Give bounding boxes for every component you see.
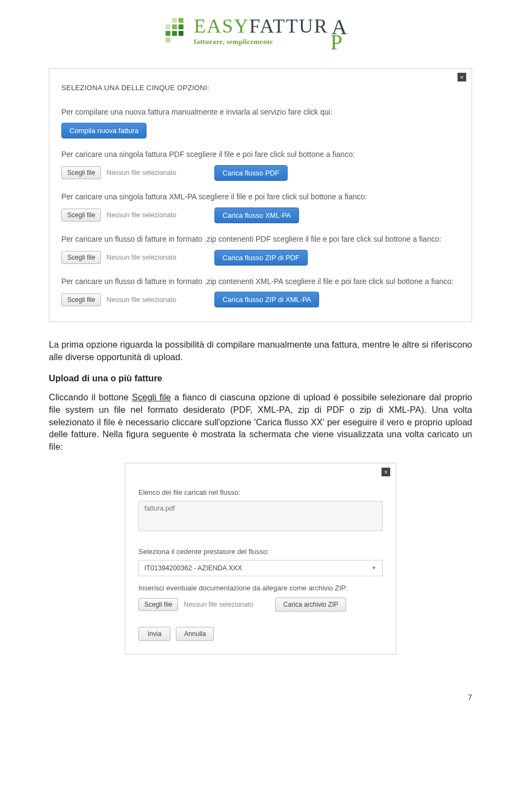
choose-file-button[interactable]: Scegli file: [61, 293, 101, 306]
close-icon[interactable]: ×: [382, 468, 390, 476]
choose-file-button[interactable]: Scegli file: [138, 598, 178, 611]
submit-button[interactable]: Invia: [138, 627, 170, 641]
choose-file-button[interactable]: Scegli file: [61, 209, 101, 222]
select-label: Seleziona il cedente prestatore del flus…: [138, 547, 383, 556]
compile-invoice-button[interactable]: Compila nuova fattura: [61, 123, 147, 139]
upload-pdf-button[interactable]: Carica flusso PDF: [214, 165, 288, 181]
brand-logo: EASYFATTUR fatturare, semplicemente A P: [49, 0, 472, 68]
logo-squares-icon: [166, 18, 189, 42]
zip-label: Inserisci eventuale documentazione da al…: [138, 584, 383, 592]
file-status-text: Nessun file selezionato: [106, 169, 176, 177]
upload-result-modal: × Elenco dei file caricati nel flusso: f…: [125, 463, 396, 654]
doc-paragraph-2: Cliccando il bottone Scegli file a fianc…: [49, 391, 472, 453]
upload-xmlpa-button[interactable]: Carica flusso XML-PA: [214, 207, 299, 223]
doc-subheading: Upload di una o più fatture: [49, 373, 472, 383]
option5-desc: Per caricare un flusso di fatture in for…: [61, 276, 460, 287]
brand-tagline: fatturare, semplicemente: [194, 37, 328, 46]
select-value: IT01394200362 - AZIENDA XXX: [144, 564, 242, 572]
cedente-select[interactable]: IT01394200362 - AZIENDA XXX ▼: [138, 560, 383, 576]
doc-paragraph-1: La prima opzione riguarda la possibilità…: [49, 338, 472, 363]
page-number: 7: [0, 676, 521, 707]
chevron-down-icon: ▼: [371, 565, 377, 571]
file-status-text: Nessun file selezionato: [183, 601, 253, 608]
option1-desc: Per compilare una nuova fattura manualme…: [61, 107, 460, 117]
file-item: fattura.pdf: [144, 505, 175, 512]
modal-heading: SELEZIONA UNA DELLE CINQUE OPZIONI:: [61, 84, 460, 92]
choose-file-button[interactable]: Scegli file: [61, 166, 101, 179]
file-list-label: Elenco dei file caricati nel flusso:: [138, 488, 383, 496]
file-status-text: Nessun file selezionato: [106, 211, 176, 219]
file-status-text: Nessun file selezionato: [106, 254, 176, 261]
file-list: fattura.pdf: [138, 501, 383, 531]
file-status-text: Nessun file selezionato: [106, 296, 176, 304]
upload-zip-pdf-button[interactable]: Carica flusso ZIP di PDF: [214, 250, 308, 266]
option4-desc: Per caricare un flusso di fatture in for…: [61, 234, 460, 244]
options-modal: × SELEZIONA UNA DELLE CINQUE OPZIONI: Pe…: [49, 68, 472, 322]
upload-zip-button[interactable]: Carica archivio ZIP: [275, 597, 346, 612]
option3-desc: Per caricare una singola fattura XML-PA …: [61, 192, 460, 202]
brand-title: EASYFATTUR: [194, 16, 328, 36]
close-icon[interactable]: ×: [458, 73, 466, 81]
cancel-button[interactable]: Annulla: [176, 627, 214, 641]
choose-file-button[interactable]: Scegli file: [61, 251, 101, 264]
upload-zip-xmlpa-button[interactable]: Carica flusso ZIP di XML-PA: [214, 292, 320, 307]
option2-desc: Per caricare una singola fattura PDF sce…: [61, 149, 460, 160]
logo-pa-icon: A P: [331, 16, 355, 49]
